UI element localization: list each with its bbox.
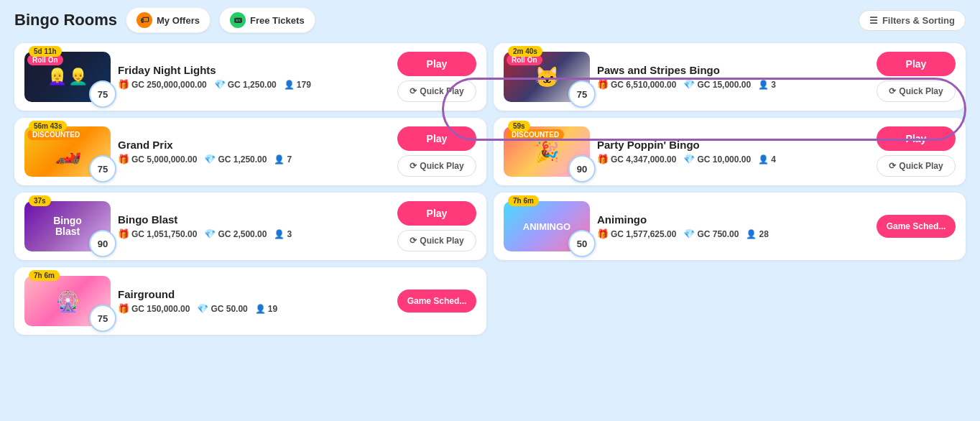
quick-play-button[interactable]: ⟳ Quick Play xyxy=(397,155,476,177)
quick-play-button[interactable]: ⟳ Quick Play xyxy=(877,155,956,177)
player-count: 👤 179 xyxy=(284,80,311,90)
gc-prize: 🎁 GC 6,510,000.00 xyxy=(597,79,676,90)
room-card-party-poppin-bingo: 59s DISCOUNTED 🎉 90 Party Poppin' Bingo … xyxy=(494,118,966,185)
page-header: Bingo Rooms 🏷 My Offers 🎟 Free Tickets ☰… xyxy=(14,7,966,33)
timer-badge: 2m 40s xyxy=(508,46,542,57)
play-button[interactable]: Play xyxy=(877,126,956,151)
left-column: 5d 11h Roll On 👱‍♀️ 👱‍♂️ 75 Friday Night… xyxy=(14,43,486,335)
room-card-bingo-blast: 37s Bingo Blast 90 Bingo Blast 🎁 GC 1,05… xyxy=(14,193,486,260)
header-left: Bingo Rooms 🏷 My Offers 🎟 Free Tickets xyxy=(14,7,315,33)
ball-number: 75 xyxy=(89,80,116,108)
room-thumbnail: 5d 11h Roll On 👱‍♀️ 👱‍♂️ 75 xyxy=(24,52,111,102)
room-prizes: 🎁 GC 250,000,000.00 💎 GC 1,250.00 👤 179 xyxy=(118,79,390,90)
room-info: Party Poppin' Bingo 🎁 GC 4,347,000.00 💎 … xyxy=(597,139,869,165)
room-card-paws-and-stripes: 2m 40s Roll On 🐱 75 Paws and Stripes Bin… xyxy=(494,43,966,111)
gc-icon: 🎁 xyxy=(118,228,129,239)
ball-number: 75 xyxy=(568,80,596,108)
room-thumbnail: 56m 43s DISCOUNTED 🏎️ 75 xyxy=(24,126,111,177)
play-button[interactable]: Play xyxy=(397,201,476,226)
player-count: 👤 3 xyxy=(758,80,776,90)
room-card-grand-prix: 56m 43s DISCOUNTED 🏎️ 75 Grand Prix 🎁 GC… xyxy=(14,118,486,185)
room-name: Paws and Stripes Bingo xyxy=(597,64,869,76)
sc-prize: 💎 GC 1,250.00 xyxy=(204,154,267,165)
room-card-fairground: 7h 6m 🎡 75 Fairground 🎁 GC 150,000.00 💎 … xyxy=(14,267,486,335)
gc-icon: 🎁 xyxy=(118,154,129,165)
gc-icon: 🎁 xyxy=(118,303,129,314)
sc-icon: 💎 xyxy=(204,228,216,239)
room-prizes: 🎁 GC 6,510,000.00 💎 GC 15,000.00 👤 3 xyxy=(597,79,869,90)
player-count: 👤 7 xyxy=(274,154,292,165)
players-icon: 👤 xyxy=(255,304,266,314)
sc-prize: 💎 GC 2,500.00 xyxy=(204,228,267,239)
room-actions: Play⟳ Quick Play xyxy=(877,126,956,177)
filter-icon: ☰ xyxy=(869,15,878,26)
play-button[interactable]: Play xyxy=(877,52,956,76)
rooms-grid: 5d 11h Roll On 👱‍♀️ 👱‍♂️ 75 Friday Night… xyxy=(14,43,966,335)
players-icon: 👤 xyxy=(758,154,769,165)
sc-prize: 💎 GC 50.00 xyxy=(197,303,247,314)
room-info: Paws and Stripes Bingo 🎁 GC 6,510,000.00… xyxy=(597,64,869,90)
quickplay-icon: ⟳ xyxy=(410,236,417,246)
room-thumbnail: 7h 6m ANIMINGO 50 xyxy=(504,201,590,251)
room-name: Bingo Blast xyxy=(118,213,390,226)
sc-prize: 💎 GC 10,000.00 xyxy=(683,154,751,165)
timer-badge: 59s xyxy=(508,121,530,131)
filters-sorting-button[interactable]: ☰ Filters & Sorting xyxy=(859,10,966,31)
game-schedule-button[interactable]: Game Sched... xyxy=(877,215,956,238)
gc-icon: 🎁 xyxy=(597,154,609,165)
room-card-friday-night-lights: 5d 11h Roll On 👱‍♀️ 👱‍♂️ 75 Friday Night… xyxy=(14,43,486,111)
room-thumbnail: 7h 6m 🎡 75 xyxy=(24,276,111,326)
my-offers-label: My Offers xyxy=(157,15,200,26)
gc-prize: 🎁 GC 1,577,625.00 xyxy=(597,228,676,239)
page-title: Bingo Rooms xyxy=(14,11,117,29)
play-button[interactable]: Play xyxy=(397,52,476,76)
room-actions: Play⟳ Quick Play xyxy=(877,52,956,102)
room-actions: Play⟳ Quick Play xyxy=(397,126,476,177)
timer-badge: 37s xyxy=(29,195,51,206)
game-schedule-button[interactable]: Game Sched... xyxy=(397,290,476,313)
room-name: Friday Night Lights xyxy=(118,64,390,76)
sc-icon: 💎 xyxy=(683,79,695,90)
gc-icon: 🎁 xyxy=(118,79,129,90)
right-column: 2m 40s Roll On 🐱 75 Paws and Stripes Bin… xyxy=(494,43,966,335)
player-count: 👤 4 xyxy=(758,154,776,165)
room-info: Bingo Blast 🎁 GC 1,051,750.00 💎 GC 2,500… xyxy=(118,213,390,239)
gc-icon: 🎁 xyxy=(597,228,609,239)
timer-badge: 7h 6m xyxy=(29,270,60,281)
room-prizes: 🎁 GC 150,000.00 💎 GC 50.00 👤 19 xyxy=(118,303,390,314)
quick-play-button[interactable]: ⟳ Quick Play xyxy=(397,230,476,251)
sc-prize: 💎 GC 15,000.00 xyxy=(683,79,751,90)
player-count: 👤 28 xyxy=(746,229,768,239)
room-prizes: 🎁 GC 1,577,625.00 💎 GC 750.00 👤 28 xyxy=(597,228,869,239)
sc-prize: 💎 GC 1,250.00 xyxy=(214,79,277,90)
room-info: Grand Prix 🎁 GC 5,000,000.00 💎 GC 1,250.… xyxy=(118,139,390,165)
room-name: Party Poppin' Bingo xyxy=(597,139,869,151)
room-name: Grand Prix xyxy=(118,139,390,151)
gc-prize: 🎁 GC 4,347,000.00 xyxy=(597,154,676,165)
player-count: 👤 3 xyxy=(274,229,292,239)
room-prizes: 🎁 GC 5,000,000.00 💎 GC 1,250.00 👤 7 xyxy=(118,154,390,165)
sc-icon: 💎 xyxy=(683,154,695,165)
players-icon: 👤 xyxy=(746,229,757,239)
room-actions: Game Sched... xyxy=(397,290,476,313)
timer-badge: 7h 6m xyxy=(508,195,539,206)
players-icon: 👤 xyxy=(274,229,285,239)
offers-icon: 🏷 xyxy=(137,12,152,28)
sc-icon: 💎 xyxy=(683,228,695,239)
free-tickets-button[interactable]: 🎟 Free Tickets xyxy=(219,7,315,33)
room-name: Fairground xyxy=(118,288,390,300)
quickplay-icon: ⟳ xyxy=(889,86,896,96)
gc-prize: 🎁 GC 5,000,000.00 xyxy=(118,154,197,165)
play-button[interactable]: Play xyxy=(397,126,476,151)
sc-icon: 💎 xyxy=(204,154,216,165)
ball-number: 90 xyxy=(568,155,596,182)
my-offers-button[interactable]: 🏷 My Offers xyxy=(126,7,211,33)
room-thumbnail: 59s DISCOUNTED 🎉 90 xyxy=(504,126,590,177)
timer-badge: 5d 11h xyxy=(29,46,62,57)
room-info: Animingo 🎁 GC 1,577,625.00 💎 GC 750.00 👤… xyxy=(597,213,869,239)
room-info: Friday Night Lights 🎁 GC 250,000,000.00 … xyxy=(118,64,390,90)
quick-play-button[interactable]: ⟳ Quick Play xyxy=(877,80,956,102)
gc-prize: 🎁 GC 1,051,750.00 xyxy=(118,228,197,239)
quickplay-icon: ⟳ xyxy=(889,161,896,171)
quick-play-button[interactable]: ⟳ Quick Play xyxy=(397,80,476,102)
